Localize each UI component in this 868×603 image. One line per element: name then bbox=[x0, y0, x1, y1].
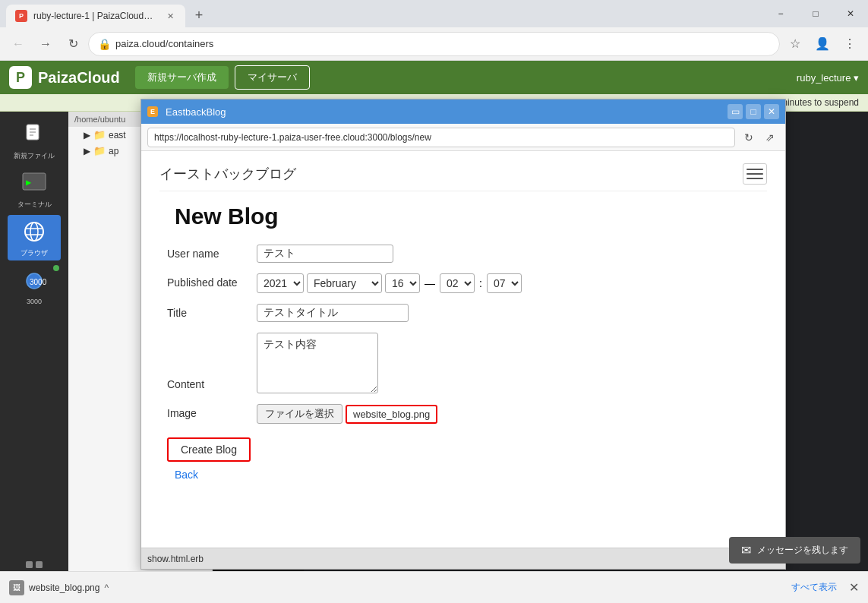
port-active-badge bbox=[53, 265, 59, 271]
paiza-logo: P PaizaCloud bbox=[9, 66, 120, 89]
svg-point-6 bbox=[25, 223, 43, 241]
account-button[interactable]: 👤 bbox=[810, 32, 835, 56]
hour-select[interactable]: 00010203 04050607 08091011 12131415 1617… bbox=[440, 273, 475, 293]
content-label: Content bbox=[167, 333, 251, 390]
window-controls: − □ ✕ bbox=[763, 0, 868, 27]
window-maximize-button[interactable]: □ bbox=[746, 104, 761, 119]
port-icon: 3000 bbox=[21, 267, 48, 295]
browser-button[interactable]: ブラウザ bbox=[8, 215, 61, 260]
browser-tab-active[interactable]: P ruby-lecture-1 | PaizaCloud - Ins... ✕ bbox=[6, 5, 185, 27]
file-name-display: website_blog.png bbox=[346, 405, 437, 424]
forward-button[interactable]: → bbox=[33, 32, 58, 56]
port-3000-button[interactable]: 3000 3000 bbox=[8, 264, 61, 309]
file-input-area: ファイルを選択 website_blog.png bbox=[257, 404, 437, 424]
published-date-row: Published date 2021 2020 2022 January Fe… bbox=[167, 273, 767, 293]
blog-site-title: イーストバックブログ bbox=[159, 165, 296, 183]
username-label: User name bbox=[167, 245, 251, 260]
user-menu[interactable]: ruby_lecture ▾ bbox=[797, 72, 859, 84]
back-link[interactable]: Back bbox=[175, 469, 198, 481]
published-date-label: Published date bbox=[167, 273, 251, 289]
paiza-navbar: P PaizaCloud 新規サーバ作成 マイサーバ ruby_lecture … bbox=[0, 61, 868, 94]
window-controls: ▭ □ ✕ bbox=[728, 104, 779, 119]
window-minimize-button[interactable]: ▭ bbox=[728, 104, 743, 119]
terminal-button[interactable]: ▶ ターミナル bbox=[8, 166, 61, 212]
maximize-button[interactable]: □ bbox=[798, 0, 833, 27]
browser-icon bbox=[21, 218, 48, 245]
window-title-bar[interactable]: E EastbackBlog ▭ □ ✕ bbox=[141, 99, 785, 124]
minute-select[interactable]: 00010203 04050607 0809 bbox=[487, 273, 522, 293]
day-select[interactable]: 01020304 05060708 09101112 13141516 1718… bbox=[385, 273, 420, 293]
title-input[interactable] bbox=[257, 304, 409, 322]
download-file-name: website_blog.png bbox=[29, 582, 99, 593]
image-label: Image bbox=[167, 404, 251, 419]
paiza-logo-icon: P bbox=[9, 66, 32, 89]
date-dash: — bbox=[425, 277, 435, 289]
menu-button[interactable]: ⋮ bbox=[838, 32, 862, 56]
username-input[interactable] bbox=[257, 245, 393, 263]
svg-text:▶: ▶ bbox=[26, 177, 32, 188]
window-address-text: https://localhost-ruby-lecture-1.paiza-u… bbox=[154, 132, 431, 143]
page-title: New Blog bbox=[175, 204, 767, 229]
nav-actions: ☆ 👤 ⋮ bbox=[783, 32, 862, 56]
bottom-file-name: show.html.erb bbox=[147, 554, 204, 564]
window-external-button[interactable]: ⇗ bbox=[761, 128, 779, 147]
hamburger-menu[interactable] bbox=[743, 163, 767, 185]
tab-close-button[interactable]: ✕ bbox=[164, 10, 176, 22]
notification-icon: ✉ bbox=[741, 543, 751, 557]
window-nav-icons: ↻ ⇗ bbox=[740, 128, 779, 147]
blog-content: イーストバックブログ New Blog User name Published … bbox=[141, 151, 785, 548]
tab-title: ruby-lecture-1 | PaizaCloud - Ins... bbox=[33, 11, 155, 21]
svg-rect-12 bbox=[26, 561, 33, 568]
create-server-button[interactable]: 新規サーバ作成 bbox=[135, 66, 229, 89]
window-reload-button[interactable]: ↻ bbox=[740, 128, 758, 147]
time-colon: : bbox=[479, 277, 482, 289]
my-server-button[interactable]: マイサーバ bbox=[235, 65, 310, 90]
address-text: paiza.cloud/containers bbox=[115, 38, 770, 49]
folder-icon-ap: 📁 bbox=[93, 145, 106, 156]
browser-nav: ← → ↻ 🔒 paiza.cloud/containers ☆ 👤 ⋮ bbox=[0, 27, 868, 61]
svg-text:3000: 3000 bbox=[30, 278, 46, 286]
image-row: Image ファイルを選択 website_blog.png bbox=[167, 404, 767, 424]
ide-sidebar: 新規ファイル ▶ ターミナル ブラウザ bbox=[0, 112, 68, 601]
notification-bubble[interactable]: ✉ メッセージを残します bbox=[729, 537, 860, 564]
back-button[interactable]: ← bbox=[6, 32, 30, 56]
download-chevron-icon[interactable]: ^ bbox=[104, 582, 109, 593]
download-item: 🖼 website_blog.png ^ bbox=[9, 580, 109, 595]
reload-button[interactable]: ↻ bbox=[61, 32, 85, 56]
new-tab-button[interactable]: + bbox=[188, 5, 210, 26]
notification-text: メッセージを残します bbox=[757, 544, 848, 557]
date-group: 2021 2020 2022 January February March Ap… bbox=[257, 273, 522, 293]
window-title-text: EastbackBlog bbox=[166, 106, 723, 118]
tab-bar: P ruby-lecture-1 | PaizaCloud - Ins... ✕… bbox=[0, 0, 868, 27]
tree-expand-east[interactable]: ▶ bbox=[84, 130, 90, 140]
create-blog-button[interactable]: Create Blog bbox=[167, 437, 251, 462]
content-row: Content テスト内容 bbox=[167, 333, 767, 393]
svg-point-7 bbox=[30, 223, 38, 241]
title-row: Title bbox=[167, 304, 767, 322]
close-button[interactable]: ✕ bbox=[833, 0, 868, 27]
window-address-bar[interactable]: https://localhost-ruby-lecture-1.paiza-u… bbox=[147, 128, 735, 147]
svg-rect-13 bbox=[36, 561, 43, 568]
browser-chrome: P ruby-lecture-1 | PaizaCloud - Ins... ✕… bbox=[0, 0, 868, 61]
window-close-button[interactable]: ✕ bbox=[764, 104, 779, 119]
address-bar[interactable]: 🔒 paiza.cloud/containers bbox=[88, 32, 780, 56]
month-select[interactable]: January February March April May June Ju… bbox=[307, 273, 382, 293]
file-choose-button[interactable]: ファイルを選択 bbox=[257, 404, 342, 424]
window-favicon: E bbox=[147, 106, 158, 117]
bookmark-button[interactable]: ☆ bbox=[783, 32, 807, 56]
lock-icon: 🔒 bbox=[98, 38, 111, 50]
folder-icon-east: 📁 bbox=[93, 129, 106, 140]
content-textarea[interactable]: テスト内容 bbox=[257, 333, 378, 393]
new-file-button[interactable]: 新規ファイル bbox=[8, 118, 61, 163]
window-nav: https://localhost-ruby-lecture-1.paiza-u… bbox=[141, 124, 785, 151]
window-bottom-bar: show.html.erb bbox=[141, 548, 785, 569]
bottom-download-bar: 🖼 website_blog.png ^ すべて表示 ✕ bbox=[0, 571, 868, 603]
show-all-button[interactable]: すべて表示 bbox=[791, 581, 837, 594]
minimize-button[interactable]: − bbox=[763, 0, 798, 27]
tree-expand-ap[interactable]: ▶ bbox=[84, 146, 90, 156]
eastback-blog-window: E EastbackBlog ▭ □ ✕ https://localhost-r… bbox=[140, 99, 786, 570]
username-row: User name bbox=[167, 245, 767, 263]
main-layout: 新規ファイル ▶ ターミナル ブラウザ bbox=[0, 112, 868, 601]
year-select[interactable]: 2021 2020 2022 bbox=[257, 273, 304, 293]
close-download-bar-button[interactable]: ✕ bbox=[849, 580, 859, 595]
